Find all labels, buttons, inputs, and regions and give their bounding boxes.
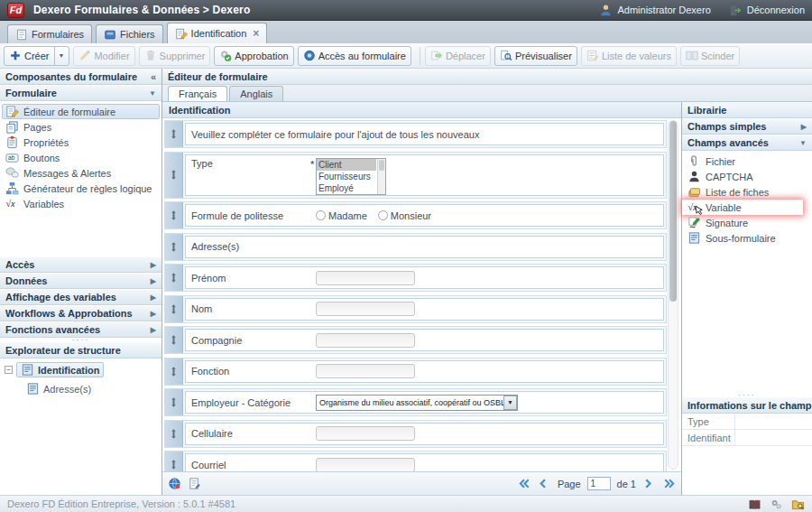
sidebar-item-boutons[interactable]: abBoutons — [0, 150, 161, 165]
section-donnees[interactable]: Données▶ — [0, 273, 161, 289]
sidebar-item-messages-alertes[interactable]: Messages & Alertes — [0, 165, 161, 181]
approbation-icon — [219, 50, 232, 62]
sidebar-item-editeur-de-formulaire[interactable]: Éditeur de formulaire — [2, 104, 160, 119]
listbox[interactable]: ClientFournisseursEmployé — [316, 158, 386, 195]
drag-handle-icon[interactable] — [165, 327, 183, 353]
listbox-scrollbar[interactable] — [377, 159, 385, 194]
gears-icon[interactable] — [770, 498, 783, 511]
tab-francais[interactable]: Français — [168, 86, 227, 101]
text-input[interactable] — [316, 333, 415, 348]
first-page-icon[interactable] — [518, 478, 531, 489]
section-label: Accès — [5, 259, 34, 270]
tab-identification[interactable]: Identification× — [167, 23, 268, 43]
listbox-option-employe[interactable]: Employé — [317, 182, 376, 194]
left-panel: Composantes du formulaire« Formulaire▼ É… — [0, 69, 162, 495]
page-properties-icon[interactable] — [188, 477, 201, 490]
text-input[interactable] — [316, 426, 415, 441]
text-input[interactable] — [316, 458, 415, 472]
section-formulaire[interactable]: Formulaire▼ — [0, 85, 161, 101]
sidebar-item-label: Boutons — [23, 153, 60, 163]
library-item-fichier[interactable]: Fichier — [682, 154, 812, 169]
chevron-right-icon: ▶ — [151, 293, 156, 302]
listbox-option-client[interactable]: Client — [317, 159, 376, 171]
section-acces[interactable]: Accès▶ — [0, 256, 161, 273]
section-workflows-approbations[interactable]: Workflows & Approbations▶ — [0, 305, 161, 321]
last-page-icon[interactable] — [662, 478, 676, 489]
toolbar-button-scinder[interactable]: Scinder — [680, 46, 740, 66]
toolbar-button-supprimer[interactable]: Supprimer — [139, 46, 211, 66]
section-champs-simples[interactable]: Champs simples▶ — [682, 118, 812, 135]
radio-option-madame[interactable]: Madame — [316, 210, 367, 221]
tab-formulaires[interactable]: Formulaires — [7, 24, 92, 43]
toolbar-button-label: Modifier — [94, 51, 129, 61]
select-employeur-categorie[interactable]: Organisme du milieu associatif, coopérat… — [316, 395, 518, 411]
library-item-variable[interactable]: √xVariable — [682, 200, 803, 215]
fichiers-icon — [104, 28, 116, 41]
logout-button[interactable]: Déconnexion — [729, 4, 805, 17]
drag-handle-icon[interactable] — [165, 121, 183, 147]
sidebar-item-variables[interactable]: √xVariables — [0, 196, 161, 211]
book-icon[interactable] — [748, 498, 761, 511]
tree-node-label: Adresse(s) — [43, 384, 91, 395]
page-number-input[interactable]: 1 — [587, 477, 611, 490]
toolbar-button-modifier[interactable]: Modifier — [73, 46, 134, 66]
previous-page-icon[interactable] — [538, 478, 551, 489]
text-input[interactable] — [316, 271, 415, 285]
form-row-cellulaire: Cellulaire — [164, 420, 667, 448]
collapse-panel-icon[interactable]: « — [151, 71, 156, 82]
folder-search-icon[interactable] — [791, 498, 805, 511]
tab-anglais[interactable]: Anglais — [229, 86, 283, 101]
drag-handle-icon[interactable] — [165, 153, 183, 198]
next-page-icon[interactable] — [642, 478, 656, 489]
sidebar-item-label: Propriétés — [23, 137, 69, 148]
section-affichage-des-variables[interactable]: Affichage des variables▶ — [0, 289, 161, 305]
library-item-signature[interactable]: Signature — [682, 215, 812, 230]
sidebar-item-pages[interactable]: Pages — [0, 119, 161, 135]
toolbar-button-label: Liste de valeurs — [602, 51, 671, 61]
tree-node-identification[interactable]: − Identification — [0, 362, 161, 377]
toolbar-button-deplacer[interactable]: Déplacer — [425, 46, 491, 66]
toolbar-button-previsualiser[interactable]: Prévisualiser — [494, 46, 577, 66]
tab-fichiers[interactable]: Fichiers — [96, 24, 163, 43]
sidebar-item-label: Pages — [23, 122, 51, 133]
dropdown-arrow-icon[interactable]: ▼ — [503, 396, 517, 410]
creer-icon — [9, 50, 22, 62]
sous-formulaire-icon — [687, 231, 701, 245]
radio-option-monsieur[interactable]: Monsieur — [378, 210, 431, 221]
drag-handle-icon[interactable] — [165, 358, 183, 385]
app-logo: Fd — [7, 3, 24, 18]
toolbar-button-liste-de-valeurs[interactable]: Liste de valeurs — [581, 46, 677, 66]
proprietes-icon — [5, 135, 19, 149]
drag-handle-icon[interactable] — [165, 421, 183, 447]
drag-handle-icon[interactable] — [165, 202, 183, 228]
form-scrollbar[interactable] — [668, 120, 678, 470]
info-row-type: Type — [682, 414, 812, 430]
text-input[interactable] — [316, 302, 415, 316]
drag-handle-icon[interactable] — [165, 296, 183, 322]
close-tab-icon[interactable]: × — [253, 29, 259, 38]
listbox-option-fournisseurs[interactable]: Fournisseurs — [317, 171, 376, 182]
toolbar-button-creer[interactable]: Créer▼ — [4, 46, 69, 66]
library-item-liste-de-fiches[interactable]: Liste de fiches — [682, 184, 812, 200]
collapse-node-icon[interactable]: − — [5, 366, 13, 374]
drag-handle-icon[interactable] — [165, 265, 183, 291]
drag-handle-icon[interactable] — [165, 234, 183, 260]
drag-handle-icon[interactable] — [165, 389, 183, 415]
user-menu[interactable]: Administrator Dexero — [599, 4, 710, 17]
dropdown-arrow-icon[interactable]: ▼ — [54, 47, 65, 65]
library-item-captcha[interactable]: CAPTCHA — [682, 169, 812, 184]
toolbar-button-approbation[interactable]: Approbation — [214, 46, 293, 66]
formulaires-icon — [15, 28, 28, 41]
library-item-sous-formulaire[interactable]: Sous-formulaire — [682, 230, 812, 246]
sidebar-item-proprietes[interactable]: Propriétés — [0, 135, 161, 150]
section-champs-avances[interactable]: Champs avancés▼ — [682, 135, 812, 151]
field-box: Type*ClientFournisseursEmployé — [185, 154, 664, 196]
language-page-icon[interactable] — [168, 477, 181, 490]
text-input[interactable] — [316, 364, 415, 378]
toolbar-button-acces-au-formulaire[interactable]: Accès au formulaire — [298, 46, 411, 66]
sidebar-item-generateur-de-regles-logique[interactable]: Générateur de règles logique — [0, 181, 161, 196]
drag-handle-icon[interactable] — [165, 451, 183, 471]
scrollbar-thumb[interactable] — [669, 121, 677, 302]
tree-node-adresse[interactable]: Adresse(s) — [0, 381, 161, 396]
collapsed-sections: Accès▶Données▶Affichage des variables▶Wo… — [0, 256, 161, 338]
